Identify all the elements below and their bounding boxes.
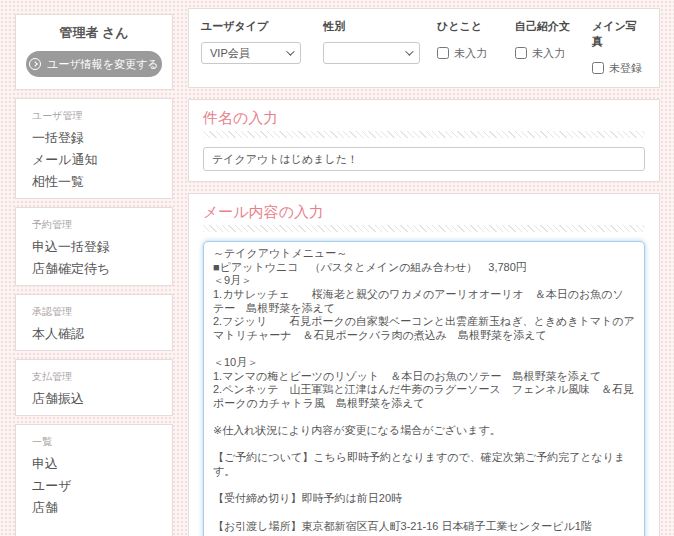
hitokoto-checkbox-row: 未入力 — [437, 42, 515, 64]
main-photo-checkbox-label: 未登録 — [609, 61, 642, 76]
hitokoto-not-entered-checkbox[interactable] — [437, 47, 449, 59]
subject-panel: 件名の入力 — [188, 99, 660, 182]
nav-section-label-lists: 一覧 — [32, 436, 156, 447]
nav-section-label-approval-management: 承認管理 — [32, 306, 156, 317]
sidebar-item-compatibility-list[interactable]: 相性一覧 — [32, 171, 156, 193]
filter-group-gender: 性別 — [323, 18, 437, 79]
hatch-divider — [203, 131, 645, 138]
hatch-divider — [203, 225, 645, 232]
sidebar-item-applications[interactable]: 申込 — [32, 453, 156, 475]
user-type-selected-value: VIP会員 — [210, 46, 286, 61]
nav-section-reservation-management: 予約管理 申込一括登録 店舗確定待ち — [15, 207, 173, 286]
filter-group-user-type: ユーザタイプ VIP会員 — [201, 18, 323, 79]
nav-section-lists: 一覧 申込 ユーザ 店舗 — [15, 424, 173, 536]
sidebar-item-store-confirmation-pending[interactable]: 店舗確定待ち — [32, 258, 156, 280]
admin-user-name: 管理者 さん — [26, 24, 162, 42]
profile-card: 管理者 さん ユーザ情報を変更する — [15, 14, 173, 90]
chevron-down-icon — [406, 47, 414, 55]
nav-section-user-management: ユーザ管理 一括登録 メール通知 相性一覧 — [15, 98, 173, 199]
nav-section-label-user-management: ユーザ管理 — [32, 110, 156, 121]
mail-textarea-wrapper — [203, 241, 645, 536]
mail-content-heading: メール内容の入力 — [203, 202, 645, 221]
nav-section-label-reservation-management: 予約管理 — [32, 219, 156, 230]
main-photo-checkbox-row: 未登録 — [592, 57, 647, 79]
subject-heading: 件名の入力 — [203, 108, 645, 127]
hitokoto-label: ひとこと — [437, 19, 515, 34]
self-introduction-label: 自己紹介文 — [515, 19, 592, 34]
chevron-down-icon — [286, 47, 294, 55]
nav-section-approval-management: 承認管理 本人確認 — [15, 294, 173, 351]
sidebar-item-users[interactable]: ユーザ — [32, 475, 156, 497]
filter-group-self-introduction: 自己紹介文 未入力 — [515, 18, 592, 79]
filter-group-hitokoto: ひとこと 未入力 — [437, 18, 515, 79]
nav-section-payment-management: 支払管理 店舗振込 — [15, 359, 173, 416]
sidebar-item-mail-notice[interactable]: メール通知 — [32, 149, 156, 171]
mail-content-textarea[interactable] — [203, 241, 645, 536]
self-introduction-not-entered-checkbox[interactable] — [515, 47, 527, 59]
subject-input[interactable] — [203, 147, 645, 171]
circle-arrow-icon — [29, 58, 41, 70]
self-introduction-checkbox-row: 未入力 — [515, 42, 592, 64]
main-photo-label: メイン写真 — [592, 19, 647, 49]
mail-content-panel: メール内容の入力 — [188, 193, 660, 536]
main-content: ユーザタイプ VIP会員 性別 ひとこと 未入力 自己紹介文 未入力 — [188, 8, 660, 536]
sidebar: 管理者 さん ユーザ情報を変更する ユーザ管理 一括登録 メール通知 相性一覧 … — [15, 14, 173, 536]
change-user-info-label: ユーザ情報を変更する — [47, 57, 158, 72]
self-introduction-checkbox-label: 未入力 — [532, 46, 565, 61]
sidebar-item-bulk-register[interactable]: 一括登録 — [32, 127, 156, 149]
gender-label: 性別 — [323, 19, 437, 34]
nav-section-label-payment-management: 支払管理 — [32, 371, 156, 382]
filter-group-main-photo: メイン写真 未登録 — [592, 18, 647, 79]
user-type-label: ユーザタイプ — [201, 19, 323, 34]
sidebar-item-application-bulk-register[interactable]: 申込一括登録 — [32, 236, 156, 258]
sidebar-item-store-transfer[interactable]: 店舗振込 — [32, 388, 156, 410]
change-user-info-button[interactable]: ユーザ情報を変更する — [26, 51, 162, 77]
gender-select[interactable] — [323, 42, 420, 64]
main-photo-not-registered-checkbox[interactable] — [592, 62, 604, 74]
hitokoto-checkbox-label: 未入力 — [454, 46, 487, 61]
sidebar-item-stores[interactable]: 店舗 — [32, 497, 156, 519]
sidebar-item-identity-verification[interactable]: 本人確認 — [32, 323, 156, 345]
user-type-select[interactable]: VIP会員 — [201, 42, 301, 64]
filter-panel: ユーザタイプ VIP会員 性別 ひとこと 未入力 自己紹介文 未入力 — [188, 8, 660, 88]
